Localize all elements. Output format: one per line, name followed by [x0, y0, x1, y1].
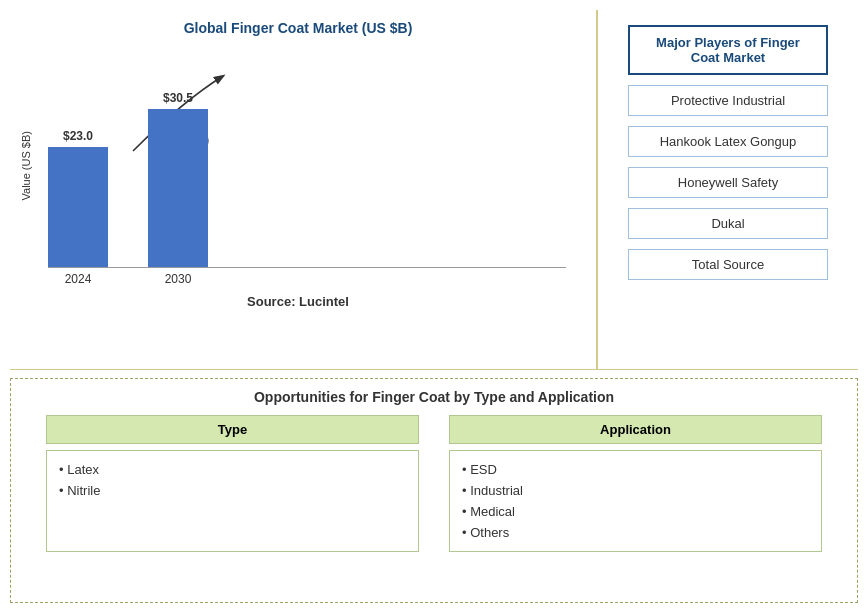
players-area: Major Players of Finger Coat Market Prot…	[598, 10, 858, 369]
x-axis: 2024 2030	[38, 268, 576, 286]
player-item-1: Protective Industrial	[628, 85, 828, 116]
application-item-4: • Others	[462, 522, 809, 543]
main-container: Global Finger Coat Market (US $B) Value …	[0, 0, 868, 613]
application-item-1: • ESD	[462, 459, 809, 480]
bars-container: 4.8% $23.0 $30.5	[38, 46, 576, 267]
x-label-2030: 2030	[148, 272, 208, 286]
chart-title: Global Finger Coat Market (US $B)	[184, 20, 413, 36]
type-item-1: • Latex	[59, 459, 406, 480]
bar-value-2024: $23.0	[63, 129, 93, 143]
bar-value-2030: $30.5	[163, 91, 193, 105]
x-label-2024: 2024	[48, 272, 108, 286]
bar-group-2030: $30.5	[148, 91, 208, 267]
type-item-2: • Nitrile	[59, 480, 406, 501]
player-item-5: Total Source	[628, 249, 828, 280]
application-item-2: • Industrial	[462, 480, 809, 501]
type-header: Type	[46, 415, 419, 444]
chart-inner: 4.8% $23.0 $30.5	[38, 46, 576, 286]
bar-group-2024: $23.0	[48, 129, 108, 267]
application-column: Application • ESD • Industrial • Medical…	[449, 415, 822, 552]
player-item-2: Hankook Latex Gongup	[628, 126, 828, 157]
annotation-svg: 4.8%	[38, 46, 576, 267]
source-text: Source: Lucintel	[247, 294, 349, 309]
opportunities-content: Type • Latex • Nitrile Application • ESD…	[26, 415, 842, 552]
y-axis-label: Value (US $B)	[20, 131, 32, 201]
type-list: • Latex • Nitrile	[46, 450, 419, 552]
chart-wrapper: Value (US $B)	[20, 46, 576, 286]
bottom-section: Opportunities for Finger Coat by Type an…	[10, 378, 858, 603]
application-header: Application	[449, 415, 822, 444]
top-section: Global Finger Coat Market (US $B) Value …	[10, 10, 858, 370]
bar-2030	[148, 109, 208, 267]
player-item-4: Dukal	[628, 208, 828, 239]
bar-2024	[48, 147, 108, 267]
type-column: Type • Latex • Nitrile	[46, 415, 419, 552]
application-list: • ESD • Industrial • Medical • Others	[449, 450, 822, 552]
opportunities-title: Opportunities for Finger Coat by Type an…	[26, 389, 842, 405]
chart-area: Global Finger Coat Market (US $B) Value …	[10, 10, 598, 369]
player-item-3: Honeywell Safety	[628, 167, 828, 198]
players-title: Major Players of Finger Coat Market	[628, 25, 828, 75]
application-item-3: • Medical	[462, 501, 809, 522]
